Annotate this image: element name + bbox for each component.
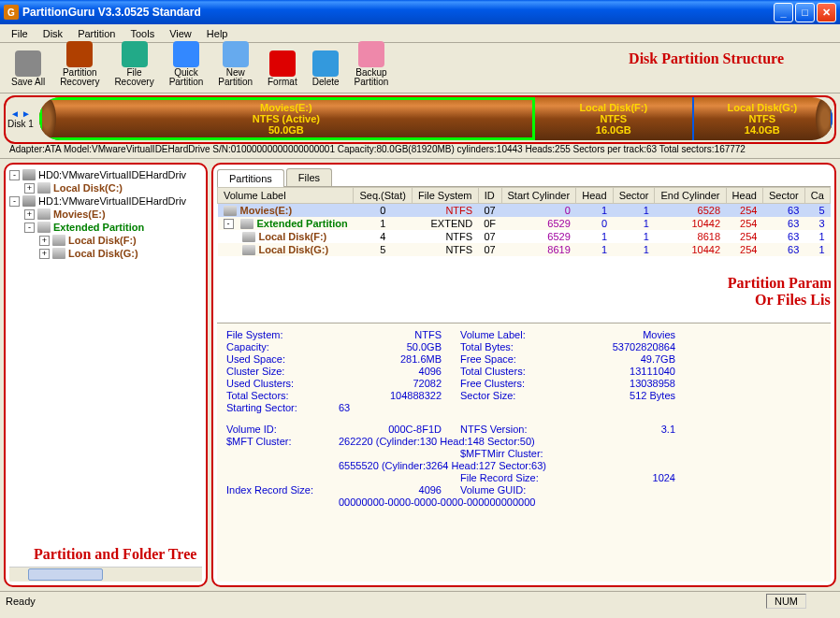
tool-label: Delete <box>312 78 340 87</box>
detail-value: 63 <box>339 402 694 413</box>
disk-cylinder: Movies(E:)NTFS (Active)50.0GBLocal Disk(… <box>39 97 833 140</box>
tree-hscrollbar[interactable] <box>9 567 202 582</box>
detail-label: Capacity: <box>226 341 339 352</box>
tool-format[interactable]: Format <box>264 49 301 89</box>
tool-new-partition[interactable]: New Partition <box>214 39 256 89</box>
window-title: PartitionGuru V3.3.0525 Standard <box>22 6 774 19</box>
detail-label: Used Clusters: <box>226 378 339 389</box>
row-toggle[interactable]: - <box>224 219 234 229</box>
tool-quick-partition[interactable]: Quick Partition <box>166 39 208 89</box>
tab-files[interactable]: Files <box>286 168 332 186</box>
tree-label: Extended Partition <box>53 222 144 233</box>
partition-table-wrap: Volume LabelSeq.(Stat)File SystemIDStart… <box>217 187 831 323</box>
partition-segment[interactable]: Movies(E:)NTFS (Active)50.0GB <box>39 97 535 140</box>
detail-label: Free Space: <box>460 353 572 365</box>
column-header[interactable]: Head <box>726 188 762 204</box>
partition-segment[interactable]: Local Disk(G:)NTFS14.0GB <box>694 97 833 140</box>
minimize-button[interactable]: _ <box>774 3 793 22</box>
detail-label: Total Sectors: <box>226 390 339 401</box>
detail-label: Free Clusters: <box>460 378 572 389</box>
column-header[interactable]: ID <box>478 188 501 204</box>
detail-value: NTFS <box>339 329 460 340</box>
tool-file-recovery[interactable]: File Recovery <box>110 39 157 89</box>
tree-pane: -HD0:VMwareVirtualIDEHardDriv+Local Disk… <box>4 163 208 587</box>
partition-tree[interactable]: -HD0:VMwareVirtualIDEHardDriv+Local Disk… <box>9 168 202 567</box>
disk-nav: ◄ ► Disk 1 <box>7 108 34 129</box>
detail-label: Total Bytes: <box>460 341 572 352</box>
vol-icon <box>37 182 51 194</box>
detail-label: Cluster Size: <box>226 366 339 377</box>
next-disk-button[interactable]: ► <box>22 108 31 119</box>
column-header[interactable]: Volume Label <box>218 188 354 204</box>
column-header[interactable]: File System <box>413 188 479 204</box>
detail-label: NTFS Version: <box>460 424 572 435</box>
tree-node[interactable]: +Local Disk(F:) <box>9 234 202 247</box>
tab-strip: PartitionsFiles <box>217 168 831 187</box>
tree-toggle[interactable]: + <box>39 236 50 246</box>
tool-partition-recovery[interactable]: Partition Recovery <box>56 39 103 89</box>
vol-icon <box>52 235 65 246</box>
menu-file[interactable]: File <box>4 26 36 41</box>
maximize-button[interactable]: □ <box>795 3 815 22</box>
tool-backup-partition[interactable]: Backup Partition <box>351 39 393 89</box>
table-row[interactable]: -Extended Partition1EXTEND0F652901104422… <box>218 217 831 230</box>
annotation-disk-structure: Disk Partition Structure <box>629 50 784 67</box>
tree-node[interactable]: -Extended Partition <box>9 221 202 234</box>
tree-node[interactable]: +Movies(E:) <box>9 208 202 221</box>
tool-save-all[interactable]: Save All <box>7 49 49 89</box>
tree-toggle[interactable]: + <box>39 249 50 259</box>
tool-delete[interactable]: Delete <box>309 49 343 89</box>
column-header[interactable]: Sector <box>613 188 655 204</box>
detail-value: 53702820864 <box>572 341 694 352</box>
tree-node[interactable]: +Local Disk(C:) <box>9 181 202 194</box>
close-button[interactable]: ✕ <box>817 3 836 22</box>
column-header[interactable]: Head <box>576 188 613 204</box>
detail-value: 262220 (Cylinder:130 Head:148 Sector:50) <box>339 436 694 447</box>
tree-node[interactable]: -HD0:VMwareVirtualIDEHardDriv <box>9 168 202 181</box>
detail-value: 4096 <box>339 484 460 496</box>
detail-value: 281.6MB <box>339 353 460 365</box>
toolbar: Save AllPartition RecoveryFile RecoveryQ… <box>0 43 840 93</box>
prev-disk-button[interactable]: ◄ <box>10 108 20 119</box>
tab-partitions[interactable]: Partitions <box>217 169 284 187</box>
table-row[interactable]: Local Disk(F:)4NTFS076529118618254631 <box>218 230 831 243</box>
new-partition-icon <box>223 41 249 67</box>
vol-icon <box>52 248 65 259</box>
tree-label: Local Disk(G:) <box>68 248 138 259</box>
tree-toggle[interactable]: - <box>9 196 20 207</box>
tree-node[interactable]: -HD1:VMwareVirtualIDEHardDriv <box>9 194 202 208</box>
titlebar: G PartitionGuru V3.3.0525 Standard _ □ ✕ <box>0 0 840 24</box>
detail-label: File Record Size: <box>460 472 572 483</box>
partition-table[interactable]: Volume LabelSeq.(Stat)File SystemIDStart… <box>217 187 831 256</box>
detail-value: 13111040 <box>572 366 694 377</box>
detail-label: Starting Sector: <box>226 402 339 413</box>
detail-value: 104888322 <box>339 390 460 401</box>
partition-segment[interactable]: Local Disk(F:)NTFS16.0GB <box>535 97 694 140</box>
tool-label: Partition Recovery <box>60 68 99 87</box>
column-header[interactable]: Sector <box>762 188 804 204</box>
detail-value: 00000000-0000-0000-0000-000000000000 <box>339 496 694 508</box>
column-header[interactable]: Seq.(Stat) <box>354 188 413 204</box>
disk-info-line: Adapter:ATA Model:VMwareVirtualIDEHardDr… <box>7 140 833 154</box>
detail-label: $MFT Cluster: <box>226 436 339 447</box>
detail-value <box>339 472 460 483</box>
tool-label: Save All <box>11 78 45 87</box>
tree-toggle[interactable]: - <box>9 170 20 180</box>
table-row[interactable]: Local Disk(G:)5NTFS0786191110442254631 <box>218 243 831 256</box>
detail-value <box>339 448 460 459</box>
tree-toggle[interactable]: + <box>24 209 35 220</box>
volume-icon <box>240 219 253 229</box>
vol-icon <box>37 222 51 233</box>
column-header[interactable]: Ca <box>804 188 830 204</box>
column-header[interactable]: End Cylinder <box>655 188 726 204</box>
delete-icon <box>312 50 339 77</box>
app-icon: G <box>4 5 19 20</box>
vol-icon <box>37 208 51 220</box>
tree-toggle[interactable]: + <box>24 183 35 194</box>
detail-label: Volume GUID: <box>460 484 572 496</box>
tree-toggle[interactable]: - <box>24 223 35 233</box>
detail-value: 72082 <box>339 378 460 389</box>
tree-node[interactable]: +Local Disk(G:) <box>9 247 202 260</box>
table-row[interactable]: Movies(E:)0NTFS070116528254635 <box>218 204 831 218</box>
column-header[interactable]: Start Cylinder <box>501 188 576 204</box>
